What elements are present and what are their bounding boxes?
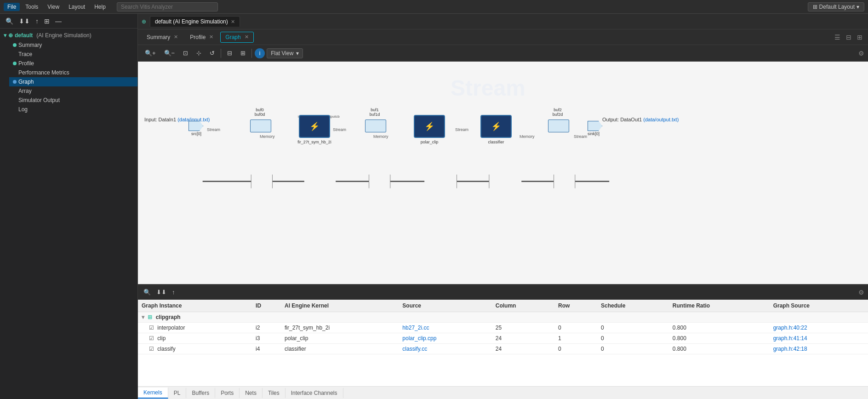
sidebar-item-array[interactable]: Array bbox=[9, 86, 137, 96]
separator bbox=[251, 49, 252, 58]
project-root[interactable]: ▾ ⊕ default (AI Engine Simulation) bbox=[0, 30, 137, 40]
schedule-cell: 0 bbox=[597, 333, 669, 344]
layout-button[interactable]: ⊞ Default Layout ▾ bbox=[808, 2, 864, 11]
menu-view[interactable]: View bbox=[44, 3, 63, 11]
search-bottom-button[interactable]: 🔍 bbox=[142, 288, 153, 296]
sidebar-content: ▾ ⊕ default (AI Engine Simulation) Summa… bbox=[0, 28, 137, 399]
tab-profile[interactable]: Profile ✕ bbox=[185, 32, 218, 43]
source-cell[interactable]: polar_clip.cpp bbox=[399, 333, 491, 344]
info-button[interactable]: i bbox=[255, 48, 265, 58]
source-cell[interactable]: hb27_2i.cc bbox=[399, 323, 491, 333]
project-name: default bbox=[15, 32, 33, 39]
graph-connections-svg bbox=[138, 62, 868, 284]
close-icon[interactable]: ✕ bbox=[174, 34, 178, 40]
close-icon[interactable]: ✕ bbox=[209, 34, 213, 40]
buf2-node[interactable] bbox=[548, 120, 569, 132]
expand-button[interactable]: ⊞ bbox=[42, 17, 51, 26]
align-h-button[interactable]: ⊟ bbox=[224, 48, 235, 58]
memory-label-2: Memory bbox=[520, 134, 535, 139]
filter-bottom-button[interactable]: ⬇⬇ bbox=[154, 288, 168, 296]
doc-tab-default[interactable]: default (AI Engine Simulation) ✕ bbox=[150, 16, 240, 27]
view-select-label: Flat View bbox=[271, 50, 293, 57]
tab-graph[interactable]: Graph ✕ bbox=[220, 32, 253, 43]
graph-source-cell[interactable]: graph.h:41:14 bbox=[770, 333, 868, 344]
menu-layout[interactable]: Layout bbox=[65, 3, 89, 11]
align-v-button[interactable]: ⊞ bbox=[237, 48, 249, 58]
filter-button[interactable]: ⬇⬇ bbox=[17, 17, 32, 26]
column-cell: 25 bbox=[492, 323, 554, 333]
chevron-down-icon: ▾ bbox=[296, 50, 299, 57]
table-row: ☑ clip i3 polar_clip polar_clip.cpp 24 1… bbox=[138, 333, 868, 344]
collapse-bottom-button[interactable]: ↑ bbox=[170, 288, 177, 296]
output-label: Output: DataOut1 (data/output.txt) bbox=[602, 117, 679, 122]
graph-source-cell[interactable]: graph.h:40:22 bbox=[770, 323, 868, 333]
table-container: Graph Instance ID AI Engine Kernel Sourc… bbox=[138, 300, 868, 386]
col-header-ai-engine-kernel: AI Engine Kernel bbox=[281, 300, 399, 312]
sidebar-item-label: Summary bbox=[18, 42, 42, 48]
checkbox-icon[interactable]: ☑ bbox=[149, 346, 154, 352]
bottom-tab-ports[interactable]: Ports bbox=[215, 388, 240, 398]
dot-icon bbox=[13, 80, 17, 84]
project-icon-doc: ⊕ bbox=[142, 18, 146, 25]
graph-source-cell[interactable]: graph.h:42:18 bbox=[770, 344, 868, 354]
project-type: (AI Engine Simulation) bbox=[36, 32, 91, 39]
bottom-settings-button[interactable]: ⚙ bbox=[858, 289, 864, 296]
sidebar-item-profile[interactable]: Profile bbox=[9, 59, 137, 68]
output-link[interactable]: (data/output.txt) bbox=[643, 117, 679, 122]
graph-icon: ⊞ bbox=[148, 314, 152, 320]
tab-summary[interactable]: Summary ✕ bbox=[142, 32, 183, 43]
bottom-tab-pl[interactable]: PL bbox=[168, 388, 187, 398]
checkbox-icon[interactable]: ☑ bbox=[149, 335, 154, 342]
refresh-button[interactable]: ↺ bbox=[206, 48, 218, 58]
group-name: clipgraph bbox=[156, 314, 181, 320]
classify-kernel-node[interactable]: ⚡ bbox=[480, 115, 512, 138]
buf1-node[interactable] bbox=[365, 120, 386, 132]
expand-view-button[interactable]: ⊞ bbox=[855, 33, 864, 42]
bottom-tab-buffers[interactable]: Buffers bbox=[186, 388, 215, 398]
clip-kernel-node[interactable]: ⚡ bbox=[414, 115, 445, 138]
search-input[interactable] bbox=[117, 2, 218, 11]
fit-button[interactable]: ⊡ bbox=[180, 48, 191, 58]
menu-file[interactable]: File bbox=[4, 3, 20, 11]
columns-view-button[interactable]: ⊟ bbox=[844, 33, 853, 42]
bottom-tab-tiles[interactable]: Tiles bbox=[263, 388, 286, 398]
list-view-button[interactable]: ☰ bbox=[833, 33, 842, 42]
chevron-down-icon: ▾ bbox=[142, 314, 144, 320]
sidebar-item-trace[interactable]: Trace bbox=[9, 50, 137, 59]
settings-button[interactable]: ⚙ bbox=[858, 50, 864, 57]
menu-help[interactable]: Help bbox=[91, 3, 109, 11]
sidebar-item-label: Simulator Output bbox=[18, 97, 60, 103]
interpolator-kernel-node[interactable]: ⚡ bbox=[299, 115, 330, 138]
select-button[interactable]: ⊹ bbox=[193, 48, 205, 58]
ai-engine-kernel-cell: classifier bbox=[281, 344, 399, 354]
zoom-out-button[interactable]: 🔍− bbox=[161, 48, 178, 58]
search-sidebar-button[interactable]: 🔍 bbox=[4, 17, 15, 26]
view-select[interactable]: Flat View ▾ bbox=[267, 48, 303, 58]
stream-label-3: Stream bbox=[574, 134, 587, 139]
sidebar-item-log[interactable]: Log bbox=[9, 105, 137, 114]
bottom-tabs: Kernels PL Buffers Ports Nets Tiles Inte… bbox=[138, 386, 868, 399]
source-cell[interactable]: classify.cc bbox=[399, 344, 491, 354]
buf0-node[interactable] bbox=[250, 120, 271, 132]
bottom-tab-kernels[interactable]: Kernels bbox=[138, 388, 168, 399]
sidebar-item-simulator-output[interactable]: Simulator Output bbox=[9, 96, 137, 105]
collapse-button[interactable]: ↑ bbox=[34, 17, 40, 26]
close-icon[interactable]: ✕ bbox=[231, 19, 235, 25]
input-label: Input: DataIn1 (data/input.txt) bbox=[144, 117, 210, 122]
sidebar-item-summary[interactable]: Summary bbox=[9, 40, 137, 50]
sidebar-item-label: Profile bbox=[18, 60, 34, 67]
minus-button[interactable]: — bbox=[53, 17, 63, 26]
content-area: ⊕ default (AI Engine Simulation) ✕ Summa… bbox=[138, 14, 868, 399]
checkbox-icon[interactable]: ☑ bbox=[149, 325, 154, 331]
src-port-label: src[0] bbox=[191, 131, 201, 136]
zoom-in-button[interactable]: 🔍+ bbox=[142, 48, 159, 58]
sidebar-item-graph[interactable]: Graph bbox=[9, 77, 137, 86]
clip-bottom-label: polar_clip bbox=[414, 140, 445, 144]
bottom-tab-nets[interactable]: Nets bbox=[240, 388, 263, 398]
menu-tools[interactable]: Tools bbox=[22, 3, 42, 11]
sidebar-item-performance-metrics[interactable]: Performance Metrics bbox=[9, 68, 137, 77]
bottom-tab-interface-channels[interactable]: Interface Channels bbox=[286, 388, 343, 398]
buf2-top-label: buf2buf2d bbox=[546, 108, 569, 117]
close-icon[interactable]: ✕ bbox=[245, 34, 249, 40]
ai-engine-kernel-cell: fir_27t_sym_hb_2i bbox=[281, 323, 399, 333]
